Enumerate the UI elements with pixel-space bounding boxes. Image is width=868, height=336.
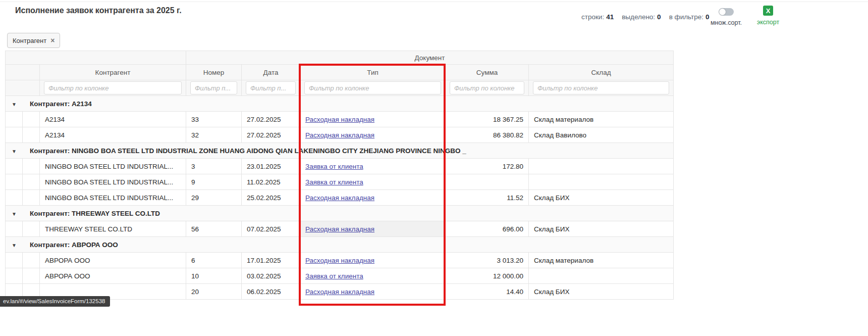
group-row: ▼Контрагент: THREEWAY STEEL CO.LTD bbox=[6, 206, 674, 221]
col-header-date[interactable]: Дата bbox=[242, 65, 300, 80]
collapse-caret-icon[interactable]: ▼ bbox=[12, 243, 17, 248]
page-title: Исполнение заявок контрагента за 2025 г. bbox=[15, 6, 182, 15]
cell-contragent: NINGBO BOA STEEL LTD INDUSTRIAL... bbox=[40, 174, 186, 190]
cell-contragent: THREEWAY STEEL CO.LTD bbox=[40, 221, 186, 237]
doc-type-link[interactable]: Расходная накладная bbox=[305, 288, 374, 296]
expander-cell bbox=[6, 159, 23, 174]
toggle-track-icon[interactable] bbox=[719, 8, 734, 16]
table-row: NINGBO BOA STEEL LTD INDUSTRIAL...2925.0… bbox=[6, 190, 674, 206]
cell-doc-type: Заявка от клиента bbox=[300, 268, 446, 284]
cell-contragent: АВРОРА ООО bbox=[40, 268, 186, 284]
cell-contragent: NINGBO BOA STEEL LTD INDUSTRIAL... bbox=[40, 190, 186, 206]
header-spacer bbox=[6, 51, 186, 65]
col-header-contragent[interactable]: Контрагент bbox=[40, 65, 186, 80]
table-row: АВРОРА ООО617.01.2025Расходная накладная… bbox=[6, 253, 674, 268]
stat-filtered: в фильтре:0 bbox=[669, 13, 710, 21]
export-label: экспорт bbox=[757, 19, 779, 26]
select-cell bbox=[23, 253, 40, 268]
expander-cell bbox=[6, 268, 23, 284]
cell-warehouse bbox=[529, 268, 674, 284]
cell-sum: 696.00 bbox=[446, 221, 529, 237]
cell-number: 9 bbox=[186, 174, 242, 190]
expander-cell bbox=[6, 127, 23, 143]
data-grid: Документ Контрагент Номер Дата Тип Сумма… bbox=[5, 51, 674, 300]
doc-type-link[interactable]: Расходная накладная bbox=[305, 257, 374, 264]
collapse-caret-icon[interactable]: ▼ bbox=[12, 149, 17, 154]
cell-warehouse: Склад БИХ bbox=[529, 221, 674, 237]
filter-spacer bbox=[6, 80, 40, 96]
cell-number: 56 bbox=[186, 221, 242, 237]
group-row: ▼Контрагент: А2134 bbox=[6, 96, 674, 112]
cell-doc-type: Расходная накладная bbox=[300, 284, 446, 300]
doc-type-link[interactable]: Расходная накладная bbox=[305, 225, 374, 233]
filter-cell-contragent bbox=[40, 80, 186, 96]
grid-stats: строки:41 выделено:0 в фильтре:0 bbox=[581, 13, 710, 21]
cell-sum: 172.80 bbox=[446, 159, 529, 174]
cell-warehouse: Склад Вавилово bbox=[529, 127, 674, 143]
cell-contragent: АВРОРА ООО bbox=[40, 253, 186, 268]
doc-type-link[interactable]: Расходная накладная bbox=[305, 194, 374, 202]
doc-type-link[interactable]: Заявка от клиента bbox=[305, 163, 363, 170]
group-header-row: Документ bbox=[6, 51, 674, 65]
cell-warehouse bbox=[529, 174, 674, 190]
cell-number: 33 bbox=[186, 112, 242, 127]
cell-doc-type: Расходная накладная bbox=[300, 112, 446, 127]
stat-selected: выделено:0 bbox=[622, 13, 661, 21]
cell-date: 27.02.2025 bbox=[242, 112, 300, 127]
expander-cell bbox=[6, 221, 23, 237]
doc-type-link[interactable]: Заявка от клиента bbox=[305, 178, 363, 186]
col-header-number[interactable]: Номер bbox=[186, 65, 242, 80]
cell-contragent: NINGBO BOA STEEL LTD INDUSTRIAL... bbox=[40, 159, 186, 174]
table-row: А21343327.02.2025Расходная накладная18 3… bbox=[6, 112, 674, 127]
expander-cell bbox=[6, 190, 23, 206]
filter-row bbox=[6, 80, 674, 96]
data-grid-container: Документ Контрагент Номер Дата Тип Сумма… bbox=[5, 51, 674, 300]
col-header-sum[interactable]: Сумма bbox=[446, 65, 529, 80]
filter-input-contragent[interactable] bbox=[44, 81, 182, 94]
cell-doc-type: Расходная накладная bbox=[300, 253, 446, 268]
filter-input-warehouse[interactable] bbox=[533, 81, 669, 94]
stat-rows: строки:41 bbox=[581, 13, 614, 21]
cell-warehouse: Склад материалов bbox=[529, 253, 674, 268]
collapse-caret-icon[interactable]: ▼ bbox=[12, 211, 17, 217]
filter-cell-number bbox=[186, 80, 242, 96]
filter-cell-warehouse bbox=[529, 80, 674, 96]
filter-chip-contragent[interactable]: Контрагент × bbox=[7, 33, 60, 48]
filter-input-type[interactable] bbox=[304, 81, 441, 94]
table-row: АВРОРА ООО1003.02.2025Заявка от клиента1… bbox=[6, 268, 674, 284]
expander-cell bbox=[6, 253, 23, 268]
toggle-knob-icon bbox=[719, 9, 726, 15]
doc-type-link[interactable]: Расходная накладная bbox=[305, 116, 374, 123]
table-row: NINGBO BOA STEEL LTD INDUSTRIAL...323.01… bbox=[6, 159, 674, 174]
filter-input-number[interactable] bbox=[190, 81, 237, 94]
group-label: Контрагент: АВРОРА ООО bbox=[30, 241, 118, 249]
cell-date: 06.02.2025 bbox=[242, 284, 300, 300]
col-header-type[interactable]: Тип bbox=[300, 65, 446, 80]
multisort-toggle[interactable]: множ.сорт. bbox=[710, 8, 743, 26]
cell-sum: 86 380.82 bbox=[446, 127, 529, 143]
table-body: ▼Контрагент: А2134А21343327.02.2025Расхо… bbox=[6, 96, 674, 300]
collapse-caret-icon[interactable]: ▼ bbox=[12, 102, 17, 107]
doc-type-link[interactable]: Заявка от клиента bbox=[305, 272, 363, 280]
cell-number: 32 bbox=[186, 127, 242, 143]
cell-number: 20 bbox=[186, 284, 242, 300]
column-header-row: Контрагент Номер Дата Тип Сумма Склад bbox=[6, 65, 674, 80]
cell-number: 10 bbox=[186, 268, 242, 284]
filter-cell-date bbox=[242, 80, 300, 96]
chip-remove-icon[interactable]: × bbox=[50, 37, 55, 44]
top-divider bbox=[0, 2, 868, 2]
group-row: ▼Контрагент: АВРОРА ООО bbox=[6, 237, 674, 253]
cell-date: 11.02.2025 bbox=[242, 174, 300, 190]
select-cell bbox=[23, 159, 40, 174]
select-cell bbox=[23, 221, 40, 237]
cell-date: 23.01.2025 bbox=[242, 159, 300, 174]
cell-sum: 3 013.20 bbox=[446, 253, 529, 268]
status-url-tooltip: ev.lan/#/view/SalesInvoiceForm/132538 bbox=[0, 296, 110, 307]
col-header-warehouse[interactable]: Склад bbox=[529, 65, 674, 80]
cell-sum: 14.40 bbox=[446, 284, 529, 300]
export-button[interactable]: X экспорт bbox=[756, 6, 780, 26]
filter-input-date[interactable] bbox=[246, 81, 296, 94]
filter-input-sum[interactable] bbox=[450, 81, 524, 94]
doc-type-link[interactable]: Расходная накладная bbox=[305, 131, 374, 139]
cell-date: 17.01.2025 bbox=[242, 253, 300, 268]
